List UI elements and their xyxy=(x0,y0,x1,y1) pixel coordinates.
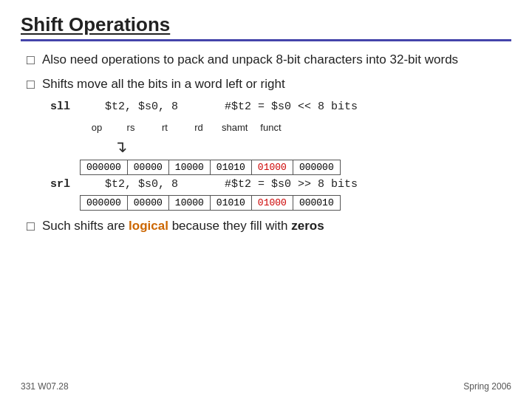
bottom-zeros: zeros xyxy=(291,219,324,233)
sll-arrow: ↴ xyxy=(21,137,511,157)
sll-values-table: 000000 00000 10000 01010 01000 000000 xyxy=(80,160,341,175)
sll-label-rd: rd xyxy=(182,120,216,134)
sll-instruction: sll xyxy=(50,100,78,113)
footer-left: 331 W07.28 xyxy=(21,381,69,392)
sll-operands: $t2, $s0, 8 #$t2 = $s0 << 8 bits xyxy=(85,100,358,113)
srl-val-shamt: 01000 xyxy=(251,195,293,210)
srl-values-table: 000000 00000 10000 01010 01000 000010 xyxy=(80,195,341,211)
srl-val-funct: 000010 xyxy=(293,195,340,210)
bullet-item-1: □ Also need operations to pack and unpac… xyxy=(21,52,511,69)
srl-code-line: srl $t2, $s0, 8 #$t2 = $s0 >> 8 bits xyxy=(50,178,511,191)
srl-values-table-container: 000000 00000 10000 01010 01000 000010 xyxy=(80,195,511,211)
sll-val-funct: 000000 xyxy=(293,160,340,174)
sll-values-row: 000000 00000 10000 01010 01000 000000 xyxy=(81,160,341,174)
page-title: Shift Operations xyxy=(21,13,170,35)
srl-val-rd: 01010 xyxy=(210,195,251,210)
bottom-bullet: □ Such shifts are logical because they f… xyxy=(21,218,511,234)
srl-section: srl $t2, $s0, 8 #$t2 = $s0 >> 8 bits xyxy=(50,178,511,191)
srl-operands: $t2, $s0, 8 #$t2 = $s0 >> 8 bits xyxy=(85,178,358,191)
srl-val-op: 000000 xyxy=(81,195,128,210)
sll-val-rd: 01010 xyxy=(210,160,251,174)
srl-val-rt: 10000 xyxy=(168,195,210,210)
sll-val-op: 000000 xyxy=(81,160,128,174)
sll-val-shamt: 01000 xyxy=(251,160,293,174)
sll-section: sll $t2, $s0, 8 #$t2 = $s0 << 8 bits xyxy=(50,100,511,113)
sll-label-op: op xyxy=(80,120,114,134)
sll-label-table: op rs rt rd shamt funct xyxy=(80,120,287,134)
bullet-item-2: □ Shifts move all the bits in a word lef… xyxy=(21,76,511,93)
sll-label-row: op rs rt rd shamt funct xyxy=(80,120,287,134)
sll-label-shamt: shamt xyxy=(216,120,253,134)
bottom-middle: because they fill with xyxy=(168,219,291,233)
title-bar: Shift Operations xyxy=(21,13,511,41)
bullet-icon-1: □ xyxy=(27,52,35,68)
bottom-logical: logical xyxy=(129,219,168,233)
sll-values-table-container: 000000 00000 10000 01010 01000 000000 xyxy=(80,160,511,175)
bullet-icon-3: □ xyxy=(27,219,35,234)
bottom-prefix: Such shifts are xyxy=(42,219,129,233)
sll-label-funct: funct xyxy=(253,120,287,134)
footer: 331 W07.28 Spring 2006 xyxy=(21,381,511,392)
bullet-icon-2: □ xyxy=(27,77,35,92)
bullet-text-2: Shifts move all the bits in a word left … xyxy=(42,76,285,93)
footer-right: Spring 2006 xyxy=(463,381,511,392)
bullet-text-1: Also need operations to pack and unpack … xyxy=(42,52,458,69)
sll-val-rs: 00000 xyxy=(127,160,168,174)
bottom-bullet-text: Such shifts are logical because they fil… xyxy=(42,219,324,233)
sll-val-rt: 10000 xyxy=(168,160,210,174)
srl-instruction: srl xyxy=(50,178,78,191)
slide: Shift Operations □ Also need operations … xyxy=(0,0,532,399)
sll-fields-labels: op rs rt rd shamt funct xyxy=(80,120,511,134)
srl-values-row: 000000 00000 10000 01010 01000 000010 xyxy=(81,195,341,210)
srl-val-rs: 00000 xyxy=(127,195,168,210)
down-arrow-icon: ↴ xyxy=(114,137,127,157)
sll-label-rs: rs xyxy=(114,120,148,134)
sll-label-rt: rt xyxy=(148,120,182,134)
sll-code-line: sll $t2, $s0, 8 #$t2 = $s0 << 8 bits xyxy=(50,100,511,113)
